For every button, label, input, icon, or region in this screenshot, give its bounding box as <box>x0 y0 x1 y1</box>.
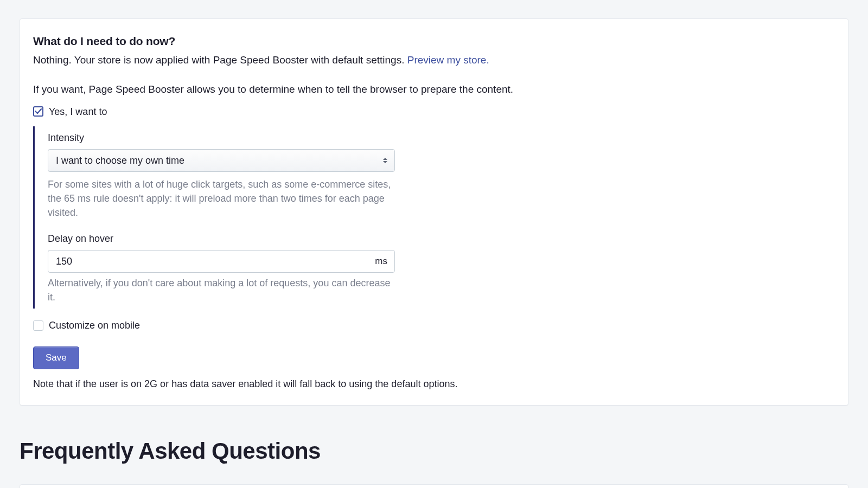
footnote: Note that if the user is on 2G or has da… <box>33 377 835 391</box>
delay-input[interactable]: 150 <box>48 250 395 273</box>
faq-heading: Frequently Asked Questions <box>20 435 848 468</box>
delay-value: 150 <box>56 254 72 268</box>
card-subtitle: Nothing. Your store is now applied with … <box>33 53 835 68</box>
delay-help: Alternatively, if you don't care about m… <box>48 276 395 304</box>
card-title: What do I need to do now? <box>33 33 835 49</box>
mobile-label: Customize on mobile <box>49 318 140 332</box>
optin-row: Yes, I want to <box>33 105 835 119</box>
intensity-select-wrap: I want to choose my own time <box>48 149 395 172</box>
save-button[interactable]: Save <box>33 346 79 369</box>
intro-text: If you want, Page Speed Booster allows y… <box>33 82 835 97</box>
faq-item-1[interactable]: What next do I need to do after installa… <box>20 484 848 488</box>
optin-checkbox[interactable] <box>33 106 43 117</box>
intensity-select[interactable]: I want to choose my own time <box>48 149 395 172</box>
intensity-help: For some sites with a lot of huge click … <box>48 177 395 220</box>
delay-label: Delay on hover <box>48 232 437 246</box>
intensity-value: I want to choose my own time <box>56 153 184 168</box>
settings-block: Intensity I want to choose my own time F… <box>33 126 437 309</box>
check-icon <box>35 108 42 114</box>
preview-store-link[interactable]: Preview my store. <box>407 54 489 66</box>
settings-card: What do I need to do now? Nothing. Your … <box>20 18 848 406</box>
mobile-checkbox[interactable] <box>33 320 43 331</box>
delay-suffix: ms <box>375 255 387 268</box>
subtitle-text: Nothing. Your store is now applied with … <box>33 54 407 66</box>
optin-label: Yes, I want to <box>49 105 107 119</box>
mobile-row: Customize on mobile <box>33 318 835 332</box>
intensity-label: Intensity <box>48 131 437 145</box>
delay-input-wrap: 150 ms <box>48 250 395 273</box>
